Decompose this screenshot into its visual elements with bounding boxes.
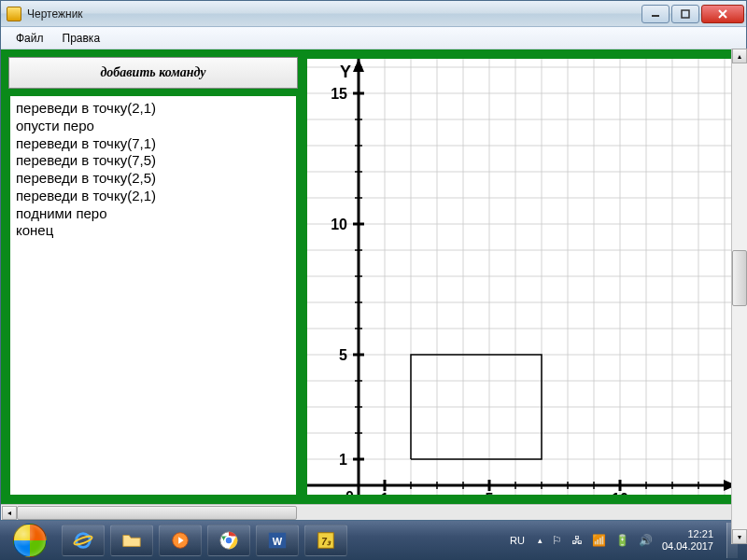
command-line[interactable]: переведи в точку(2,5) — [16, 170, 290, 188]
left-pane: добавить команду переведи в точку(2,1)оп… — [8, 57, 298, 497]
svg-text:7₃: 7₃ — [321, 537, 331, 547]
add-command-button[interactable]: добавить команду — [8, 57, 298, 89]
canvas-pane[interactable]: Y1510151510150 — [305, 57, 739, 497]
taskbar-explorer[interactable] — [110, 525, 153, 556]
maximize-icon — [681, 9, 690, 19]
start-button[interactable] — [4, 523, 56, 558]
svg-text:5: 5 — [339, 347, 347, 363]
network-icon[interactable]: 📶 — [592, 534, 606, 547]
battery-icon[interactable]: 🔋 — [615, 534, 629, 547]
vscroll-track[interactable] — [732, 63, 747, 529]
command-line[interactable]: переведи в точку(7,1) — [16, 135, 290, 153]
svg-text:15: 15 — [331, 86, 347, 102]
vertical-scrollbar[interactable]: ▴ ▾ — [731, 49, 747, 544]
minimize-icon — [651, 9, 660, 19]
command-line[interactable]: опусти перо — [16, 118, 290, 135]
close-button[interactable] — [701, 5, 744, 23]
svg-text:1: 1 — [339, 452, 347, 468]
menubar: Файл Правка — [1, 27, 746, 49]
svg-text:10: 10 — [612, 491, 628, 495]
tray-overflow-icon[interactable]: ▴ — [538, 536, 543, 545]
language-indicator[interactable]: RU — [506, 533, 529, 548]
flag-icon[interactable]: ⚐ — [552, 534, 562, 547]
close-icon — [717, 9, 728, 19]
clock-time: 12:21 — [662, 528, 713, 540]
command-line[interactable]: переведи в точку(2,1) — [16, 100, 290, 118]
media-player-icon — [170, 530, 190, 551]
taskbar-chrome[interactable] — [207, 525, 250, 556]
client-area: добавить команду переведи в точку(2,1)оп… — [1, 49, 746, 504]
svg-text:W: W — [273, 536, 283, 547]
command-line[interactable]: переведи в точку(7,5) — [16, 152, 290, 170]
svg-text:0: 0 — [345, 489, 354, 495]
menu-file[interactable]: Файл — [7, 29, 53, 48]
command-list[interactable]: переведи в точку(2,1)опусти перопереведи… — [8, 94, 298, 497]
volume-icon[interactable]: 🔊 — [639, 534, 653, 547]
ie-icon — [73, 530, 93, 551]
taskbar-word[interactable]: W — [256, 525, 299, 556]
scroll-thumb[interactable] — [17, 506, 297, 520]
scroll-down-button[interactable]: ▾ — [732, 529, 747, 544]
horizontal-scrollbar[interactable]: ◂ ▸ — [1, 504, 746, 520]
taskbar-ie[interactable] — [62, 525, 105, 556]
maximize-button[interactable] — [671, 5, 699, 23]
scroll-left-button[interactable]: ◂ — [2, 506, 17, 520]
taskbar-media[interactable] — [159, 525, 202, 556]
system-tray: RU ▴ ⚐ 🖧 📶 🔋 🔊 12:21 04.04.2017 — [506, 523, 743, 558]
clock-date: 04.04.2017 — [662, 540, 713, 553]
vscroll-thumb[interactable] — [732, 250, 747, 306]
command-line[interactable]: подними перо — [16, 205, 290, 223]
folder-icon — [121, 530, 142, 551]
minimize-button[interactable] — [641, 5, 669, 23]
word-icon: W — [267, 530, 288, 551]
bluetooth-icon[interactable]: 🖧 — [571, 534, 583, 547]
svg-point-95 — [225, 537, 233, 544]
scroll-up-button[interactable]: ▴ — [732, 49, 747, 63]
svg-text:5: 5 — [486, 491, 494, 495]
app-window: Чертежник Файл Правка добавить команду п… — [0, 0, 747, 521]
command-line[interactable]: переведи в точку(2,1) — [16, 188, 290, 205]
chrome-icon — [218, 530, 239, 551]
app-icon — [7, 7, 21, 21]
svg-marker-39 — [353, 59, 364, 72]
svg-text:10: 10 — [331, 217, 347, 232]
scroll-track[interactable] — [17, 506, 731, 520]
svg-rect-1 — [682, 10, 689, 18]
window-title: Чертежник — [27, 7, 641, 21]
menu-edit[interactable]: Правка — [53, 29, 110, 48]
taskbar-app[interactable]: 7₃ — [304, 525, 347, 556]
drawing-canvas: Y1510151510150 — [307, 59, 737, 495]
clock[interactable]: 12:21 04.04.2017 — [662, 528, 713, 552]
taskbar[interactable]: W 7₃ RU ▴ ⚐ 🖧 📶 🔋 🔊 12:21 04.04.2017 — [0, 521, 747, 560]
svg-text:1: 1 — [381, 491, 389, 495]
app-taskbar-icon: 7₃ — [316, 530, 336, 551]
windows-orb-icon — [13, 524, 47, 557]
titlebar[interactable]: Чертежник — [1, 1, 746, 27]
svg-text:Y: Y — [340, 63, 351, 81]
command-line[interactable]: конец — [16, 222, 290, 240]
window-controls — [641, 5, 744, 23]
